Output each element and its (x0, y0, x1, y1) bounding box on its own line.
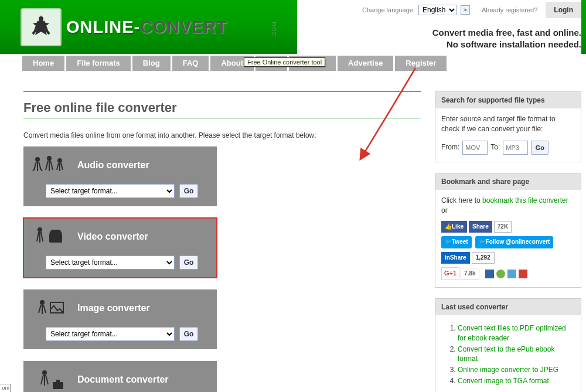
msn-icon[interactable] (507, 270, 516, 278)
page-title: Free online file converter (23, 100, 421, 115)
last-used-title: Last used converter (435, 299, 581, 315)
svg-rect-10 (56, 380, 60, 382)
video-icon (32, 225, 67, 248)
card-title: Audio converter (77, 160, 149, 171)
delicious-icon[interactable] (485, 270, 494, 278)
nav-faq[interactable]: FAQ (172, 56, 209, 71)
card-title: Image converter (77, 303, 150, 313)
svg-point-8 (42, 370, 47, 375)
nav-home[interactable]: Home (22, 56, 64, 71)
svg-point-1 (35, 157, 40, 162)
google-plus-button[interactable]: G+1 (441, 267, 459, 280)
twitter-follow-button[interactable]: 🐦 Follow @onlineconvert (475, 236, 554, 248)
change-language-label: Change language: (362, 6, 415, 13)
logo-text: ONLINE-CONVERT (66, 18, 227, 37)
nav-file-formats[interactable]: File formats (66, 56, 131, 71)
search-title: Search for supported file types (435, 92, 581, 108)
nav-advertise[interactable]: Advertise (338, 56, 393, 71)
image-go-button[interactable]: Go (179, 327, 198, 341)
login-button[interactable]: Login (546, 2, 581, 18)
sidebar: Search for supported file types Enter so… (435, 91, 581, 392)
last-used-link[interactable]: Convert image to TGA format (458, 377, 549, 385)
svg-point-0 (39, 16, 43, 21)
svg-point-6 (40, 300, 45, 305)
language-select[interactable]: English (418, 5, 457, 15)
divider (23, 118, 421, 118)
divider (23, 91, 421, 92)
search-desc: Enter source and target file format to c… (441, 114, 575, 135)
to-input[interactable] (503, 141, 528, 155)
browser-status-stub: om (0, 384, 11, 392)
from-input[interactable] (462, 141, 488, 155)
video-converter-card: Video converter Select target format... … (23, 218, 217, 278)
bookmark-section: Bookmark and share page Click here to bo… (435, 173, 581, 288)
linkedin-share-button[interactable]: in Share (441, 252, 470, 264)
last-used-link[interactable]: Convert text to the ePub ebook format (458, 345, 554, 363)
svg-point-2 (47, 156, 52, 161)
card-title: Document converter (77, 374, 169, 385)
video-format-select[interactable]: Select target format... (46, 255, 175, 270)
svg-point-4 (38, 227, 42, 232)
to-label: To: (490, 142, 500, 152)
audio-format-select[interactable]: Select target format... (46, 184, 175, 198)
header: ONLINE-CONVERT .COM Change language: Eng… (0, 0, 586, 54)
header-right: Change language: English > Already regis… (297, 0, 581, 54)
linkedin-count: 1,292 (472, 252, 495, 264)
audio-go-button[interactable]: Go (179, 184, 198, 198)
stumbleupon-icon[interactable] (496, 270, 505, 278)
intro-text: Convert media files online from one form… (23, 131, 421, 139)
document-converter-card: Document converter Select target format.… (23, 361, 217, 392)
share-icon[interactable] (519, 270, 527, 278)
logo-dotcom: .COM (271, 22, 277, 38)
image-icon (32, 296, 67, 320)
nav-register[interactable]: Register (395, 56, 447, 71)
bookmark-link[interactable]: bookmark this file converter (482, 196, 568, 204)
video-go-button[interactable]: Go (179, 255, 198, 270)
facebook-like-button[interactable]: 👍 Like (441, 221, 467, 233)
svg-point-3 (57, 158, 62, 163)
tooltip: Free Online converter tool (244, 57, 325, 67)
logo-icon (21, 8, 62, 46)
language-go-button[interactable]: > (461, 5, 470, 15)
google-plus-count: 7.8k (461, 268, 479, 280)
nav-blog[interactable]: Blog (132, 56, 171, 71)
search-section: Search for supported file types Enter so… (435, 91, 581, 162)
logo[interactable]: ONLINE-CONVERT .COM (0, 0, 227, 54)
search-go-button[interactable]: Go (531, 141, 548, 155)
from-label: From: (441, 142, 459, 152)
svg-rect-5 (49, 233, 62, 243)
card-title: Video converter (77, 231, 148, 242)
tagline: Convert media free, fast and online. No … (303, 27, 581, 51)
image-format-select[interactable]: Select target format... (46, 327, 175, 341)
facebook-share-button[interactable]: Share (469, 221, 492, 233)
audio-converter-card: Audio converter Select target format... … (23, 146, 217, 206)
audio-icon (32, 154, 67, 177)
document-icon (32, 368, 67, 391)
tweet-button[interactable]: 🐦 Tweet (441, 236, 472, 248)
last-used-link[interactable]: Convert text files to PDF optimized for … (458, 324, 566, 342)
last-used-link[interactable]: Online image converter to JPEG (458, 366, 558, 374)
image-converter-card: Image converter Select target format... … (23, 289, 217, 349)
already-registered-label: Already registered? (482, 6, 537, 13)
main-content: Free online file converter Convert media… (23, 91, 421, 392)
facebook-count: 72K (494, 221, 512, 233)
bookmark-title: Bookmark and share page (435, 173, 581, 190)
svg-rect-9 (53, 382, 63, 389)
last-used-section: Last used converter Convert text files t… (435, 298, 581, 392)
